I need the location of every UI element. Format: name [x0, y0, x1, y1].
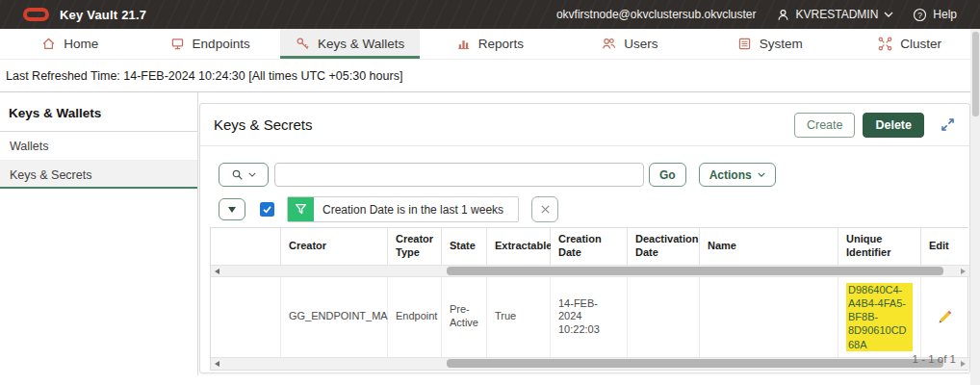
nav-label: Keys & Wallets — [318, 37, 404, 51]
column-header-deactivation-date[interactable]: Deactivation Date — [628, 228, 700, 266]
search-column-selector[interactable] — [219, 163, 269, 187]
nav-tab-cluster[interactable]: Cluster — [840, 29, 980, 59]
nav-label: System — [760, 37, 803, 51]
scroll-right-icon[interactable] — [961, 361, 966, 367]
okv-app-window: Key Vault 21.7 okvfirstnode@okvclustersu… — [0, 0, 980, 385]
home-icon — [41, 37, 56, 51]
nav-label: Endpoints — [193, 37, 250, 51]
key-icon — [296, 37, 310, 51]
cell-deactivation-date — [628, 277, 700, 358]
scroll-left-icon[interactable] — [215, 361, 219, 367]
sidebar: Keys & Wallets Wallets Keys & Secrets — [0, 92, 198, 375]
sidebar-item-label: Wallets — [10, 140, 49, 153]
endpoints-icon — [170, 37, 185, 51]
nav-label: Users — [624, 37, 658, 51]
cell-creation-date: 14-FEB-2024 10:22:03 — [551, 277, 628, 358]
sidebar-item-label: Keys & Secrets — [10, 168, 91, 182]
nav-tab-keys-wallets[interactable]: Keys & Wallets — [280, 29, 420, 59]
column-header-name[interactable]: Name — [700, 228, 838, 266]
help-label: Help — [933, 8, 957, 21]
go-button[interactable]: Go — [649, 163, 686, 187]
triangle-down-icon — [228, 207, 236, 213]
panel-header: Keys & Secrets Create Delete — [200, 104, 969, 146]
user-icon — [776, 8, 790, 22]
help-icon: ? — [913, 8, 927, 22]
nav-label: Reports — [478, 37, 524, 51]
cell-edit — [921, 277, 969, 358]
search-icon — [231, 168, 245, 182]
cell-state: Pre-Active — [442, 277, 487, 358]
reports-icon — [456, 37, 471, 51]
remove-filter-button[interactable] — [531, 196, 558, 222]
nav-label: Cluster — [900, 37, 941, 51]
table-horizontal-scrollbar-top[interactable] — [211, 266, 969, 277]
nav-label: Home — [64, 37, 98, 51]
scroll-left-icon[interactable] — [215, 269, 219, 274]
scroll-right-icon[interactable] — [961, 269, 966, 274]
user-name: KVRESTADMIN — [796, 8, 879, 21]
sidebar-item-keys-secrets[interactable]: Keys & Secrets — [0, 161, 197, 190]
filter-condition-text: Creation Date is in the last 1 weeks — [314, 197, 518, 221]
primary-nav: Home Endpoints Keys & Wallets — [0, 29, 980, 60]
oracle-logo-icon — [23, 8, 49, 21]
cell-creator-type: Endpoint — [388, 277, 442, 358]
nav-tab-system[interactable]: System — [700, 29, 839, 59]
filter-row: Creation Date is in the last 1 weeks — [219, 196, 558, 222]
user-menu[interactable]: KVRESTADMIN — [776, 8, 894, 22]
unique-identifier-highlighted: D98640C4-A4B4-4FA5-BF8B-8D90610CD68A — [846, 283, 913, 351]
sidebar-item-wallets[interactable]: Wallets — [0, 132, 197, 161]
actions-button[interactable]: Actions — [699, 163, 776, 187]
cell-extractable: True — [487, 277, 551, 358]
keys-secrets-panel: Keys & Secrets Create Delete — [199, 103, 970, 373]
nav-tab-users[interactable]: Users — [560, 29, 700, 59]
help-menu[interactable]: ? Help — [913, 8, 957, 22]
product-title: Key Vault 21.7 — [60, 8, 146, 22]
cell-unique-identifier: D98640C4-A4B4-4FA5-BF8B-8D90610CD68A — [838, 277, 921, 358]
column-header-creation-date[interactable]: Creation Date — [551, 228, 628, 266]
node-identity: okvfirstnode@okvclustersub.okvcluster — [556, 8, 757, 21]
scrollbar-thumb[interactable] — [972, 32, 979, 116]
keys-secrets-table: Creator Creator Type State Extractable C… — [210, 227, 968, 371]
search-input[interactable] — [274, 163, 644, 187]
nav-tab-reports[interactable]: Reports — [420, 29, 559, 59]
edit-pencil-icon[interactable] — [938, 309, 953, 324]
column-header-edit: Edit — [921, 228, 969, 266]
column-header-extractable[interactable]: Extractable — [487, 228, 551, 266]
filter-chip[interactable]: Creation Date is in the last 1 weeks — [287, 196, 519, 222]
chevron-down-icon — [884, 12, 893, 17]
column-header-select — [211, 228, 281, 266]
maximize-icon[interactable] — [940, 116, 956, 135]
column-header-creator[interactable]: Creator — [281, 228, 388, 266]
page-vertical-scrollbar[interactable] — [970, 29, 980, 385]
scrollbar-thumb[interactable] — [447, 359, 943, 368]
actions-label: Actions — [709, 168, 752, 182]
cluster-icon — [878, 37, 892, 51]
sidebar-title: Keys & Wallets — [0, 92, 197, 132]
panel-title: Keys & Secrets — [214, 116, 313, 133]
svg-text:?: ? — [917, 10, 922, 19]
create-button[interactable]: Create — [794, 113, 856, 138]
users-icon — [602, 37, 616, 51]
nav-tab-home[interactable]: Home — [0, 29, 140, 59]
column-header-state[interactable]: State — [442, 228, 487, 266]
column-header-unique-identifier[interactable]: Unique Identifier — [838, 228, 921, 266]
pagination-status: 1 - 1 of 1 — [913, 353, 956, 365]
last-refreshed-text: Last Refreshed Time: 14-FEB-2024 10:24:3… — [6, 69, 402, 83]
scrollbar-thumb[interactable] — [447, 267, 943, 275]
search-toolbar: Go Actions — [219, 163, 776, 187]
top-bar: Key Vault 21.7 okvfirstnode@okvclustersu… — [0, 0, 980, 29]
cell-creator: GG_ENDPOINT_MA — [281, 277, 388, 358]
table-horizontal-scrollbar-bottom[interactable] — [211, 358, 969, 370]
chevron-down-icon — [248, 172, 256, 177]
row-select-cell[interactable] — [211, 277, 281, 358]
cell-name — [700, 277, 838, 358]
filter-funnel-icon — [288, 197, 314, 221]
report-settings-button[interactable] — [219, 198, 245, 220]
delete-button[interactable]: Delete — [863, 113, 924, 138]
last-refreshed-bar: Last Refreshed Time: 14-FEB-2024 10:24:3… — [0, 60, 980, 92]
filter-enabled-checkbox[interactable] — [260, 202, 274, 217]
nav-tab-endpoints[interactable]: Endpoints — [140, 29, 279, 59]
system-icon — [737, 37, 752, 51]
column-header-creator-type[interactable]: Creator Type — [388, 228, 442, 266]
